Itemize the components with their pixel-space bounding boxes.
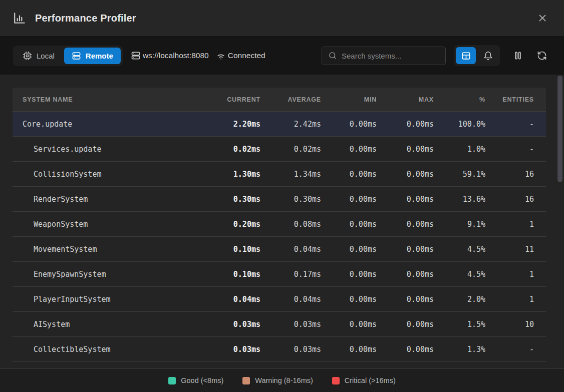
bar-chart-icon — [13, 12, 26, 25]
connection-info: ws://localhost:8080 Connected — [131, 51, 265, 61]
system-name-cell: CollectibleSystem — [13, 345, 205, 354]
local-mode-button[interactable]: Local — [15, 48, 62, 64]
table-row[interactable]: WeaponSystem 0.20ms 0.08ms 0.00ms 0.00ms… — [13, 212, 546, 237]
current-cell: 0.02ms — [205, 145, 260, 154]
system-name-cell: AISystem — [13, 320, 205, 329]
critical-swatch-icon — [332, 377, 340, 384]
entities-cell: - — [485, 120, 534, 129]
column-header-system-name[interactable]: SYSTEM NAME — [13, 96, 205, 103]
system-name-cell: CollisionSystem — [13, 170, 205, 179]
close-button[interactable] — [534, 10, 551, 27]
system-name-cell: Core.update — [13, 120, 205, 129]
max-cell: 0.00ms — [377, 320, 434, 329]
table-row[interactable]: MovementSystem 0.10ms 0.04ms 0.00ms 0.00… — [13, 237, 546, 262]
column-header-max[interactable]: MAX — [377, 96, 434, 103]
legend-item-good: Good (<8ms) — [168, 376, 223, 384]
table-row[interactable]: PlayerInputSystem 0.04ms 0.04ms 0.00ms 0… — [13, 287, 546, 312]
search-input[interactable] — [342, 52, 441, 60]
column-header-average[interactable]: AVERAGE — [260, 96, 321, 103]
table-row[interactable]: RenderSystem 0.30ms 0.30ms 0.00ms 0.00ms… — [13, 187, 546, 212]
alerts-button[interactable] — [478, 47, 498, 64]
current-cell: 0.10ms — [205, 270, 260, 279]
max-cell: 0.00ms — [377, 345, 434, 354]
system-name-cell: EnemySpawnSystem — [13, 270, 205, 279]
max-cell: 0.00ms — [377, 170, 434, 179]
performance-profiler-dialog: Performance Profiler Local — [0, 0, 564, 392]
systems-table: SYSTEM NAME CURRENT AVERAGE MIN MAX % EN… — [13, 88, 546, 362]
percent-cell: 1.5% — [434, 320, 485, 329]
average-cell: 0.03ms — [260, 320, 321, 329]
local-mode-label: Local — [37, 52, 55, 60]
column-header-entities[interactable]: ENTITIES — [485, 96, 534, 103]
max-cell: 0.00ms — [377, 195, 434, 204]
max-cell: 0.00ms — [377, 295, 434, 304]
table-header: SYSTEM NAME CURRENT AVERAGE MIN MAX % EN… — [13, 88, 546, 112]
average-cell: 1.34ms — [260, 170, 321, 179]
wifi-icon — [216, 51, 226, 61]
percent-cell: 13.6% — [434, 195, 485, 204]
table-row[interactable]: CollisionSystem 1.30ms 1.34ms 0.00ms 0.0… — [13, 162, 546, 187]
current-cell: 0.20ms — [205, 220, 260, 229]
min-cell: 0.00ms — [321, 120, 377, 129]
view-toggle-group — [454, 45, 500, 66]
warning-swatch-icon — [242, 377, 250, 384]
current-cell: 0.03ms — [205, 320, 260, 329]
current-cell: 0.10ms — [205, 245, 260, 254]
connection-url-wrap: ws://localhost:8080 — [131, 51, 209, 61]
close-icon — [537, 13, 548, 24]
entities-cell: 16 — [485, 195, 534, 204]
column-header-min[interactable]: MIN — [321, 96, 377, 103]
min-cell: 0.00ms — [321, 145, 377, 154]
pause-icon — [513, 51, 523, 61]
max-cell: 0.00ms — [377, 220, 434, 229]
system-name-cell: Services.update — [13, 145, 205, 154]
table-body: Core.update 2.20ms 2.42ms 0.00ms 0.00ms … — [13, 112, 546, 362]
average-cell: 2.42ms — [260, 120, 321, 129]
current-cell: 0.30ms — [205, 195, 260, 204]
system-name-cell: RenderSystem — [13, 195, 205, 204]
column-header-percent[interactable]: % — [434, 96, 485, 103]
entities-cell: 16 — [485, 170, 534, 179]
legend-item-warning: Warning (8-16ms) — [242, 376, 313, 384]
entities-cell: 10 — [485, 320, 534, 329]
current-cell: 0.04ms — [205, 295, 260, 304]
legend-item-critical: Critical (>16ms) — [332, 376, 396, 384]
remote-mode-button[interactable]: Remote — [64, 48, 121, 64]
search-box — [322, 47, 446, 65]
good-swatch-icon — [168, 377, 176, 384]
server-icon — [72, 51, 81, 61]
legend-warning-label: Warning (8-16ms) — [255, 376, 313, 384]
entities-cell: 1 — [485, 220, 534, 229]
table-row[interactable]: CollectibleSystem 0.03ms 0.03ms 0.00ms 0… — [13, 337, 546, 362]
percent-cell: 59.1% — [434, 170, 485, 179]
min-cell: 0.00ms — [321, 320, 377, 329]
min-cell: 0.00ms — [321, 195, 377, 204]
average-cell: 0.08ms — [260, 220, 321, 229]
average-cell: 0.03ms — [260, 345, 321, 354]
main-content: SYSTEM NAME CURRENT AVERAGE MIN MAX % EN… — [0, 75, 564, 368]
percent-cell: 1.3% — [434, 345, 485, 354]
system-name-cell: WeaponSystem — [13, 220, 205, 229]
average-cell: 0.04ms — [260, 295, 321, 304]
page-title: Performance Profiler — [35, 13, 136, 24]
scrollbar-thumb[interactable] — [557, 76, 562, 182]
current-cell: 2.20ms — [205, 120, 260, 129]
system-name-cell: MovementSystem — [13, 245, 205, 254]
scrollbar-track[interactable] — [557, 76, 562, 366]
title-bar: Performance Profiler — [0, 0, 564, 37]
table-view-button[interactable] — [456, 47, 476, 64]
pause-button[interactable] — [509, 47, 527, 64]
table-icon — [461, 51, 471, 61]
current-cell: 0.03ms — [205, 345, 260, 354]
legend-good-label: Good (<8ms) — [181, 376, 223, 384]
column-header-current[interactable]: CURRENT — [205, 96, 260, 103]
average-cell: 0.17ms — [260, 270, 321, 279]
table-row[interactable]: EnemySpawnSystem 0.10ms 0.17ms 0.00ms 0.… — [13, 262, 546, 287]
refresh-button[interactable] — [533, 47, 551, 64]
percent-cell: 4.5% — [434, 270, 485, 279]
table-row[interactable]: AISystem 0.03ms 0.03ms 0.00ms 0.00ms 1.5… — [13, 312, 546, 337]
table-row[interactable]: Core.update 2.20ms 2.42ms 0.00ms 0.00ms … — [13, 112, 546, 137]
toolbar: Local Remote — [0, 37, 564, 75]
entities-cell: 1 — [485, 295, 534, 304]
table-row[interactable]: Services.update 0.02ms 0.02ms 0.00ms 0.0… — [13, 137, 546, 162]
